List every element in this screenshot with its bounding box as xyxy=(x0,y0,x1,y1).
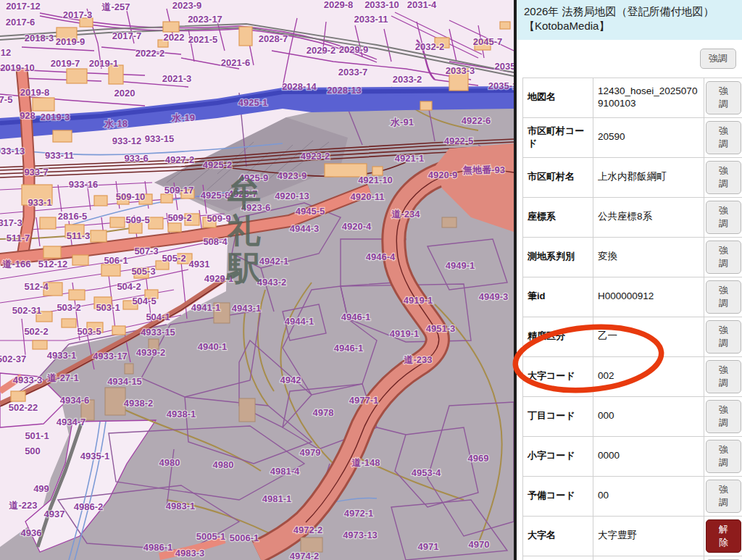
map-canvas[interactable]: 2017-12道-2572023-92029-82033-102031-4201… xyxy=(0,0,514,560)
row-highlight-button[interactable]: 強調 xyxy=(706,121,741,154)
panel-title-line2: 【KotobaMedia】 xyxy=(524,19,735,33)
attribute-row: 地図名12430_hosei_20250709100103強調 xyxy=(523,78,742,117)
parcel-label: 933-11 xyxy=(45,150,74,161)
parcel-label: 501-1 xyxy=(25,430,49,441)
attribute-row: 筆idH000000912強調 xyxy=(523,277,742,317)
parcel-label: 4919-1 xyxy=(404,295,433,306)
parcel-label: 2019-3 xyxy=(41,112,70,122)
row-highlight-button[interactable]: 強調 xyxy=(706,480,741,513)
parcel-label: 933-16 xyxy=(69,179,98,190)
parcel-label: 4949-1 xyxy=(446,260,475,271)
row-highlight-button[interactable]: 強調 xyxy=(706,241,741,274)
parcel-label: 500 xyxy=(25,446,41,456)
parcel-label: 4944-3 xyxy=(290,223,319,234)
parcel-label: 503-1 xyxy=(96,302,120,313)
attribute-label: 地番 xyxy=(523,556,593,560)
attribute-value: 002 xyxy=(593,356,704,396)
attribute-row: 市区町村名上水内郡飯綱町強調 xyxy=(523,157,742,197)
parcel-label: 4938-2 xyxy=(124,398,153,409)
parcel-label: 5005-1 xyxy=(196,531,225,542)
release-highlight-button[interactable]: 解除 xyxy=(706,519,741,553)
parcel-label: 4927-2 xyxy=(165,154,194,165)
parcel-label: 2019-7 xyxy=(51,58,80,69)
parcel-label: 4933-15 xyxy=(141,327,175,338)
attribute-row: 予備コード00強調 xyxy=(523,476,742,516)
parcel-label: 4951-3 xyxy=(426,323,455,334)
parcel-label: 4983-1 xyxy=(166,501,195,511)
parcel-label: 2022 xyxy=(164,32,185,43)
attribute-label: 予備コード xyxy=(523,476,593,516)
parcel-label: 4939-2 xyxy=(136,347,165,358)
parcel-label: 4936 xyxy=(21,527,42,538)
row-highlight-button[interactable]: 強調 xyxy=(706,440,741,473)
parcel-label: 509-10 xyxy=(116,191,145,202)
parcel-label: 512-4 xyxy=(24,281,49,292)
parcel-label: 2816-5 xyxy=(58,211,87,222)
parcel-label: 4970 xyxy=(469,539,490,550)
row-highlight-button[interactable]: 強調 xyxy=(706,320,741,354)
row-highlight-button[interactable]: 強調 xyxy=(706,400,741,433)
parcel-label: 4953-4 xyxy=(412,467,441,478)
parcel-label: 4920-11 xyxy=(351,191,385,202)
parcel-label: 2020 xyxy=(114,88,136,99)
parcel-label: 4969 xyxy=(468,453,489,464)
parcel-label: 2019-9 xyxy=(56,36,85,47)
parcel-label: 317-3 xyxy=(0,217,22,228)
parcel-label: 502-2 xyxy=(24,326,48,337)
row-highlight-button[interactable]: 強調 xyxy=(706,201,741,234)
parcel-label: 4931 xyxy=(189,259,210,269)
parcel-label: 2019-10 xyxy=(0,62,35,73)
parcel-label: 2023-17 xyxy=(188,14,222,25)
parcel-label: 2017-6 xyxy=(6,17,35,28)
parcel-label: 2028-7 xyxy=(259,33,288,44)
attribute-button-cell: 強調 xyxy=(704,476,742,516)
parcel-label: 4935-1 xyxy=(80,451,109,461)
parcel-label: 508-4 xyxy=(203,236,228,247)
parcel-label: 504-2 xyxy=(117,281,141,292)
parcel-label: 2029-9 xyxy=(339,44,368,55)
parcel-label: 4921-1 xyxy=(395,153,424,164)
parcel-label: 4933-1 xyxy=(47,350,76,361)
parcel-label: 933-6 xyxy=(124,153,148,164)
parcel-label: 4920-9 xyxy=(428,170,457,180)
parcel-label: 4979 xyxy=(300,447,321,458)
parcel-label: 2023-9 xyxy=(172,0,201,11)
parcel-label: 道-223 xyxy=(8,500,37,511)
parcel-label: 2032-2 xyxy=(415,41,444,52)
parcel-label: 4971 xyxy=(418,541,439,552)
attribute-button-cell: 強調 xyxy=(704,117,742,157)
parcel-label: 4923-9 xyxy=(278,170,307,181)
station-name-char: 牟 xyxy=(227,174,261,212)
attribute-value: 00 xyxy=(593,476,704,516)
parcel-label: 503-5 xyxy=(77,326,101,337)
parcel-label: 5006-1 xyxy=(230,532,259,543)
parcel-label: 道-166 xyxy=(1,259,30,269)
cadastral-map[interactable]: 2017-12道-2572023-92029-82033-102031-4201… xyxy=(0,0,517,560)
attribute-label: 地図名 xyxy=(523,78,593,117)
parcel-label: 933-7 xyxy=(24,167,48,177)
parcel-label: 502-31 xyxy=(12,305,41,316)
parcel-label: 4937 xyxy=(44,509,65,519)
parcel-label: 4949-3 xyxy=(479,291,508,302)
attribute-label: 丁目コード xyxy=(523,396,593,436)
highlight-all-button[interactable]: 強調 xyxy=(700,49,736,69)
row-highlight-button[interactable]: 強調 xyxy=(706,161,741,194)
parcel-label: 505-3 xyxy=(131,266,155,277)
parcel-label: 4972-2 xyxy=(293,525,322,535)
parcel-label: 水-91 xyxy=(390,117,414,128)
parcel-label: 水-19 xyxy=(171,112,195,123)
row-highlight-button[interactable]: 強調 xyxy=(706,280,741,314)
parcel-label: 4934-7 xyxy=(57,417,86,427)
parcel-label: 928 xyxy=(20,110,36,121)
attribute-row: 地番4925-9強調 xyxy=(523,556,742,560)
station-name-label: 牟礼駅 xyxy=(226,174,262,287)
parcel-label: 2021-5 xyxy=(188,34,217,45)
parcel-label: 511-7 xyxy=(7,233,30,243)
parcel-label: 933-13 xyxy=(0,146,25,156)
parcel-label: 4925-2 xyxy=(203,159,232,170)
row-highlight-button[interactable]: 強調 xyxy=(706,360,741,393)
parcel-label: 509-17 xyxy=(164,185,193,196)
parcel-label: 506-1 xyxy=(104,255,128,266)
parcel-label: 509-5 xyxy=(125,214,149,225)
row-highlight-button[interactable]: 強調 xyxy=(706,81,741,114)
